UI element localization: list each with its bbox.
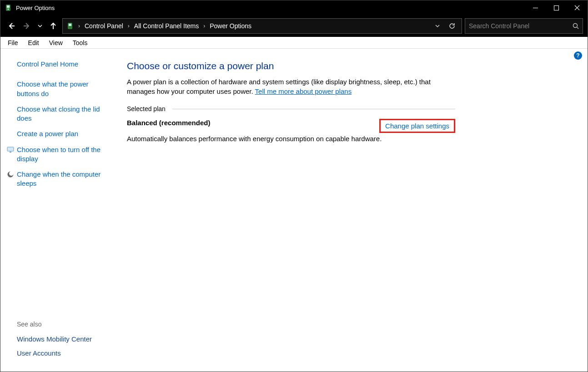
main-panel: Choose or customize a power plan A power…	[119, 49, 464, 372]
sidebar: Control Panel Home Choose what the power…	[0, 49, 119, 372]
power-options-icon	[4, 4, 12, 12]
up-button[interactable]	[47, 20, 60, 32]
breadcrumb-item[interactable]: All Control Panel Items	[131, 19, 201, 33]
refresh-button[interactable]	[445, 19, 459, 33]
chevron-right-icon[interactable]: ›	[127, 23, 131, 29]
power-options-icon	[65, 21, 75, 31]
address-bar: › Control Panel › All Control Panel Item…	[0, 15, 588, 37]
svg-point-2	[8, 9, 9, 10]
sidebar-link-create-plan[interactable]: Create a power plan	[17, 129, 111, 138]
chevron-right-icon[interactable]: ›	[202, 23, 206, 29]
page-heading: Choose or customize a power plan	[127, 61, 455, 71]
svg-rect-9	[10, 152, 11, 153]
plan-name: Balanced (recommended)	[127, 119, 210, 127]
window-title: Power Options	[16, 5, 55, 11]
content-area: ? Control Panel Home Choose what the pow…	[0, 49, 588, 372]
breadcrumb-item[interactable]: Control Panel	[82, 19, 126, 33]
recent-locations-button[interactable]	[36, 20, 44, 32]
see-also-label: See also	[17, 321, 111, 328]
plan-row: Balanced (recommended) Change plan setti…	[127, 119, 455, 133]
chevron-down-icon[interactable]	[431, 19, 444, 33]
section-label-text: Selected plan	[127, 105, 170, 112]
sidebar-link-closing-lid[interactable]: Choose what closing the lid does	[17, 105, 111, 123]
close-button[interactable]	[567, 0, 588, 15]
menu-edit[interactable]: Edit	[24, 38, 44, 47]
search-icon[interactable]	[573, 23, 579, 29]
menu-file[interactable]: File	[3, 38, 23, 47]
breadcrumb-item[interactable]: Power Options	[207, 19, 254, 33]
minimize-button[interactable]	[525, 0, 546, 15]
plan-description: Automatically balances performance with …	[127, 135, 455, 143]
svg-rect-3	[533, 8, 538, 8]
svg-rect-6	[69, 24, 71, 26]
svg-rect-1	[7, 5, 10, 8]
sidebar-link-computer-sleeps[interactable]: Change when the computer sleeps	[17, 170, 111, 189]
svg-rect-4	[554, 5, 558, 10]
maximize-button[interactable]	[546, 0, 567, 15]
svg-point-11	[9, 171, 14, 176]
page-description: A power plan is a collection of hardware…	[127, 77, 445, 96]
menu-bar: File Edit View Tools	[0, 37, 588, 49]
sidebar-link-turn-off-display[interactable]: Choose when to turn off the display	[17, 145, 111, 164]
tell-me-more-link[interactable]: Tell me more about power plans	[255, 87, 352, 95]
selected-plan-section-label: Selected plan	[127, 105, 455, 112]
breadcrumb[interactable]: › Control Panel › All Control Panel Item…	[62, 18, 462, 34]
back-button[interactable]	[5, 20, 18, 32]
sidebar-home-link[interactable]: Control Panel Home	[17, 60, 111, 69]
monitor-icon	[7, 146, 14, 153]
see-also-user-accounts[interactable]: User Accounts	[17, 349, 111, 357]
help-button[interactable]: ?	[574, 51, 582, 60]
search-input[interactable]	[469, 22, 570, 30]
chevron-right-icon[interactable]: ›	[77, 23, 81, 29]
sidebar-link-power-buttons[interactable]: Choose what the power buttons do	[17, 80, 111, 98]
menu-tools[interactable]: Tools	[68, 38, 92, 47]
change-plan-settings-link[interactable]: Change plan settings	[379, 119, 455, 133]
svg-rect-8	[7, 147, 14, 151]
search-box[interactable]	[465, 18, 583, 34]
menu-view[interactable]: View	[45, 38, 67, 47]
forward-button[interactable]	[20, 20, 33, 32]
moon-icon	[7, 171, 14, 178]
see-also-mobility-center[interactable]: Windows Mobility Center	[17, 335, 111, 343]
svg-point-7	[573, 24, 578, 28]
titlebar: Power Options	[0, 0, 588, 15]
